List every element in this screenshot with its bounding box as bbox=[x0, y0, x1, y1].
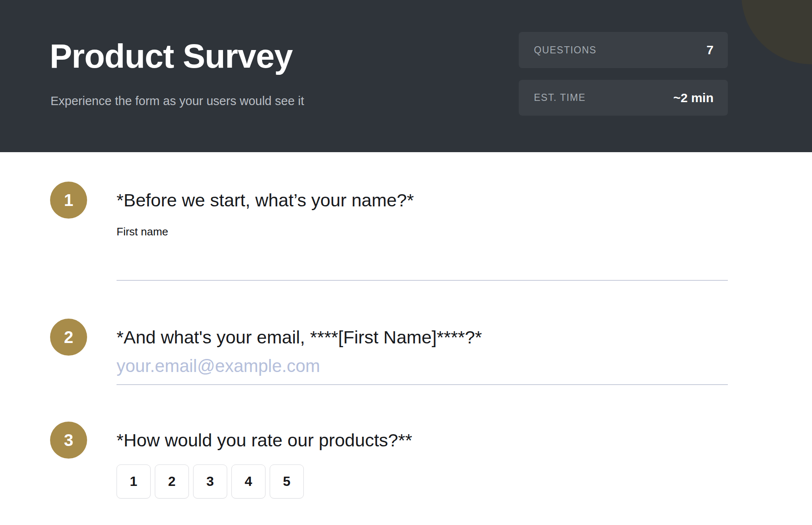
form-preview-page: Product Survey Experience the form as yo… bbox=[0, 0, 812, 525]
rating-button-5[interactable]: 5 bbox=[270, 464, 304, 499]
question-1-text: *Before we start, what’s your name?* bbox=[117, 182, 414, 219]
decorative-corner-circle bbox=[741, 0, 812, 64]
question-1-number: 1 bbox=[64, 191, 73, 210]
question-1-number-badge: 1 bbox=[50, 182, 87, 219]
question-3-number-badge: 3 bbox=[50, 422, 87, 459]
rating-button-2[interactable]: 2 bbox=[155, 464, 189, 499]
questions-stat-value: 7 bbox=[706, 43, 714, 57]
question-3-number: 3 bbox=[64, 431, 73, 450]
email-input[interactable] bbox=[117, 348, 728, 385]
est-time-stat-box: EST. TIME ~2 min bbox=[519, 80, 728, 116]
rating-button-4[interactable]: 4 bbox=[231, 464, 265, 499]
page-subtitle: Experience the form as your users would … bbox=[50, 95, 304, 107]
rating-button-3[interactable]: 3 bbox=[193, 464, 227, 499]
page-title: Product Survey bbox=[50, 40, 292, 73]
question-2-number: 2 bbox=[64, 328, 73, 347]
form-header: Product Survey Experience the form as yo… bbox=[0, 0, 812, 152]
est-time-stat-value: ~2 min bbox=[673, 91, 714, 105]
questions-stat-label: QUESTIONS bbox=[534, 45, 597, 56]
question-3-text: *How would you rate our products?** bbox=[117, 422, 412, 459]
first-name-label: First name bbox=[117, 226, 168, 237]
rating-scale: 1 2 3 4 5 bbox=[117, 464, 304, 499]
questions-stat-box: QUESTIONS 7 bbox=[519, 32, 728, 68]
rating-button-1[interactable]: 1 bbox=[117, 464, 151, 499]
est-time-stat-label: EST. TIME bbox=[534, 92, 586, 103]
first-name-input[interactable] bbox=[117, 244, 728, 281]
question-2-number-badge: 2 bbox=[50, 319, 87, 356]
